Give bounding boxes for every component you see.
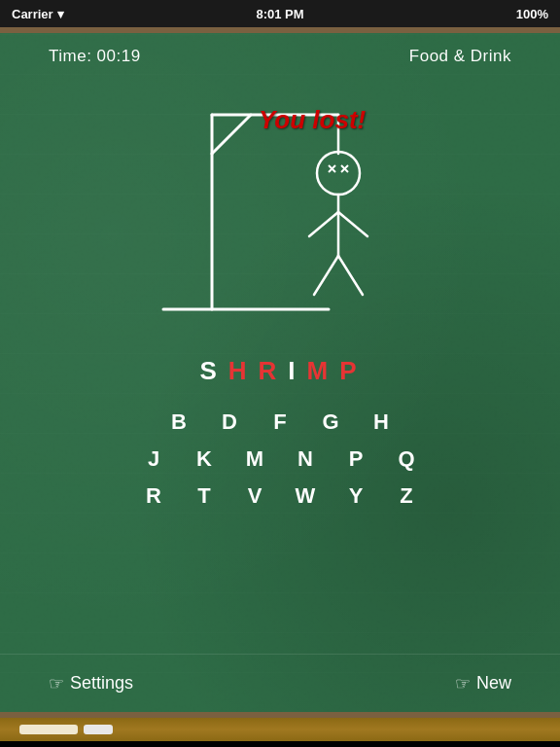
letter-B[interactable]: B (162, 406, 195, 439)
svg-line-14 (338, 256, 363, 295)
info-row: Time: 00:19 Food & Drink (0, 33, 560, 66)
word-letter-m: M (307, 356, 332, 386)
letter-grid: B D F G H J K M N P Q R T V W Y Z (0, 406, 560, 513)
letter-T[interactable]: T (188, 480, 221, 513)
chalk-piece-1 (19, 725, 78, 734)
svg-line-12 (338, 212, 368, 236)
letter-row-3: R T V W Y Z (137, 480, 423, 513)
carrier-wifi: Carrier ▾ (12, 7, 64, 21)
word-display: S H R I M P (0, 356, 560, 386)
letter-Z[interactable]: Z (390, 480, 423, 513)
svg-line-13 (314, 256, 338, 295)
wifi-icon: ▾ (57, 7, 64, 21)
word-letter-r: R (259, 356, 281, 386)
hangman-area: You lost! (0, 76, 560, 338)
status-time: 8:01 PM (256, 7, 303, 21)
new-hand-icon: ☞ (455, 673, 471, 694)
letter-P[interactable]: P (339, 443, 372, 476)
letter-W[interactable]: W (289, 480, 322, 513)
word-letter-i: I (288, 356, 298, 386)
svg-point-5 (317, 152, 360, 195)
letter-row-2: J K M N P Q (137, 443, 423, 476)
letter-R[interactable]: R (137, 480, 170, 513)
timer-display: Time: 00:19 (49, 47, 141, 66)
new-game-label: New (476, 673, 511, 694)
word-letter-h: H (228, 356, 251, 386)
game-status-message: You lost! (259, 105, 366, 135)
letter-N[interactable]: N (289, 443, 322, 476)
letter-row-1: B D F G H (162, 406, 398, 439)
letter-K[interactable]: K (188, 443, 221, 476)
letter-M[interactable]: M (238, 443, 271, 476)
chalk-ledge (0, 718, 560, 741)
settings-label: Settings (70, 673, 133, 694)
letter-H[interactable]: H (365, 406, 398, 439)
settings-button[interactable]: ☞ Settings (49, 673, 133, 694)
bottom-bar: ☞ Settings ☞ New (0, 654, 560, 712)
word-letter-s: S (199, 356, 220, 386)
status-bar: Carrier ▾ 8:01 PM 100% (0, 0, 560, 27)
battery-label: 100% (516, 7, 548, 21)
svg-line-3 (212, 115, 251, 154)
category-display: Food & Drink (409, 47, 511, 66)
letter-G[interactable]: G (314, 406, 347, 439)
word-letter-p: P (339, 356, 360, 386)
letter-F[interactable]: F (263, 406, 297, 439)
new-game-button[interactable]: ☞ New (455, 673, 511, 694)
letter-Q[interactable]: Q (390, 443, 423, 476)
chalkboard: Time: 00:19 Food & Drink (0, 27, 560, 718)
letter-J[interactable]: J (137, 443, 170, 476)
carrier-label: Carrier (12, 7, 53, 21)
letter-D[interactable]: D (213, 406, 246, 439)
letter-V[interactable]: V (238, 480, 271, 513)
chalk-piece-2 (84, 725, 113, 734)
settings-hand-icon: ☞ (49, 673, 64, 694)
svg-line-11 (309, 212, 338, 236)
letter-Y[interactable]: Y (339, 480, 372, 513)
